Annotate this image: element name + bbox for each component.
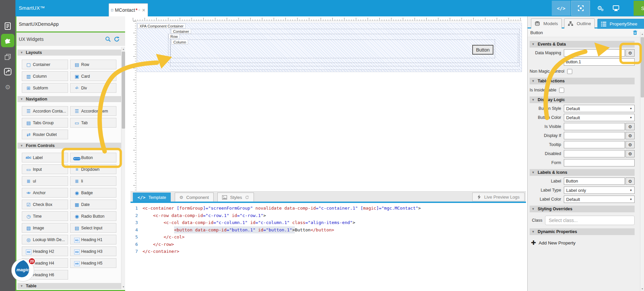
widget-tile-tab[interactable]: ▭Tab <box>70 118 116 128</box>
widget-tile-router-outlet[interactable]: ⇄Router Outlet <box>22 130 68 139</box>
widget-tile-badge[interactable]: ◉Badge <box>70 188 116 198</box>
prop-section-dynamic-properties[interactable]: ▼Dynamic Properties <box>530 228 635 235</box>
widget-tile-time[interactable]: ◷Time <box>22 211 68 221</box>
widget-tile-dropdown[interactable]: ≡Dropdown <box>70 164 116 174</box>
code-view-button[interactable]: </> <box>552 1 571 16</box>
button-color-select[interactable]: Default▼ <box>564 114 635 121</box>
prop-section-events-data[interactable]: ▼Events & Data <box>530 41 635 48</box>
widget-tile-label[interactable]: abcLabel <box>22 153 68 162</box>
widget-tile-input[interactable]: ▭Input <box>22 164 68 174</box>
disabled-input[interactable] <box>564 150 625 157</box>
tab-models[interactable]: Models <box>531 18 562 28</box>
tooltip-gear-button[interactable]: ⚙ <box>626 141 635 148</box>
refresh-icon[interactable] <box>113 36 120 42</box>
document-icon[interactable] <box>0 19 15 33</box>
tab-refresh-icon[interactable] <box>138 8 140 12</box>
widget-tile-tabs-group[interactable]: ▤Tabs Group <box>22 118 68 128</box>
scroll-down-icon[interactable]: ▼ <box>121 285 125 289</box>
canvas-button-widget[interactable]: Button <box>472 45 493 55</box>
widget-tile-accordion-conta-[interactable]: ☰Accordion Conta... <box>22 106 68 116</box>
app-name-row[interactable]: SmartUXDemoApp <box>16 16 125 32</box>
is-visible-gear-button[interactable]: ⚙ <box>626 123 635 130</box>
widget-tile-image[interactable]: ▧Image <box>22 223 68 233</box>
button-style-select[interactable]: Default▼ <box>564 105 635 112</box>
disabled-gear-button[interactable]: ⚙ <box>626 150 635 157</box>
code-line-3[interactable]: 3 <c-col data-comp-id="c-column.1" id="c… <box>130 219 526 226</box>
widget-tile-check-box[interactable]: ☑Check Box <box>22 200 68 209</box>
widget-tile-heading-h5[interactable]: H5Heading H5 <box>70 258 116 268</box>
widget-tile-row[interactable]: ▤Row <box>70 60 116 69</box>
code-editor[interactable]: 1<c-container [formGroup]="screenFormGro… <box>130 203 526 291</box>
scrollbar-thumb[interactable] <box>122 52 125 129</box>
widget-tile-lookup-with-de-[interactable]: ◎Lookup With De... <box>22 235 68 244</box>
preview-monitor-button[interactable] <box>608 1 623 16</box>
search-icon[interactable] <box>104 36 112 42</box>
tab-component[interactable]: ⚙ Component <box>175 193 214 202</box>
widget-tile-div[interactable]: ‹/›Div <box>70 83 116 93</box>
tab-outline[interactable]: Outline <box>564 18 595 28</box>
display-if-gear-button[interactable]: ⚙ <box>626 132 635 139</box>
tab-close-icon[interactable]: ✕ <box>142 8 146 13</box>
widget-tile-container[interactable]: ▢Container <box>22 60 68 69</box>
prop-section-labels-icons[interactable]: ▼Labels & Icons <box>530 169 635 176</box>
non-magic-control-checkbox[interactable] <box>567 69 572 74</box>
prop-row-add-new-property[interactable]: ✚Add New Property <box>530 239 635 246</box>
widget-tile-heading-h3[interactable]: H3Heading H3 <box>70 246 116 256</box>
xpa-component-container[interactable]: XPA Component Container Container Row Co… <box>137 23 522 72</box>
id-input[interactable] <box>564 58 635 66</box>
section-header-navigation[interactable]: ▼Navigation <box>17 96 121 102</box>
section-header-layouts[interactable]: ▼Layouts <box>17 50 121 56</box>
class-input[interactable] <box>545 216 635 225</box>
widget-tile-heading-h2[interactable]: H2Heading H2 <box>22 246 68 256</box>
widget-tile-li[interactable]: ≣li <box>70 176 116 186</box>
widget-tile-select-input[interactable]: ▤Select Input <box>70 223 116 233</box>
section-header-table[interactable]: ▼Table <box>17 283 121 289</box>
save-button[interactable]: Save <box>634 1 644 16</box>
prop-section-display-logic[interactable]: ▼Display Logic <box>530 96 635 103</box>
is-visible-input[interactable] <box>564 123 625 130</box>
widget-tile-subform[interactable]: ⊞Subform <box>22 83 68 93</box>
data-mapping-input[interactable] <box>564 49 625 57</box>
share-icon[interactable] <box>0 65 15 78</box>
tooltip-input[interactable] <box>564 141 625 148</box>
scroll-down-icon[interactable]: ▼ <box>640 287 644 291</box>
tab-property-sheet[interactable]: PropertyShee <box>597 19 644 29</box>
widget-tile-button[interactable]: BUTTONButton <box>70 153 116 162</box>
widget-tile-ul[interactable]: ≣ul <box>22 176 68 186</box>
widget-tile-column[interactable]: ▥Column <box>22 71 68 81</box>
code-line-5[interactable]: 5 </c-col> <box>130 233 526 241</box>
label-color-select[interactable]: Default▼ <box>564 196 635 203</box>
label-input[interactable] <box>564 177 625 185</box>
code-line-6[interactable]: 6 </c-row> <box>130 241 526 248</box>
is-inside-table-checkbox[interactable] <box>559 88 564 93</box>
label-type-select[interactable]: Label only▼ <box>564 187 635 194</box>
design-canvas[interactable]: XPA Component Container Container Row Co… <box>125 16 527 291</box>
trash-icon[interactable] <box>633 30 637 35</box>
prop-section-styling-overrides[interactable]: ▼Styling Overrides <box>530 206 635 212</box>
magic-logo[interactable]: magic 20 <box>11 258 35 282</box>
widget-tile-anchor[interactable]: ‹a›Anchor <box>22 188 68 198</box>
code-line-4[interactable]: 4 <button data-comp-id="button.1" id="bu… <box>130 226 526 234</box>
tab-styles[interactable]: Styles <box>217 193 254 202</box>
styles-refresh-icon[interactable] <box>245 195 249 200</box>
section-header-form-controls[interactable]: ▼Form Controls <box>17 143 121 149</box>
column-box[interactable]: Column <box>170 40 495 58</box>
scroll-up-icon[interactable]: ▲ <box>121 47 125 51</box>
code-line-7[interactable]: 7</c-container> <box>130 248 526 255</box>
settings-gears-button[interactable]: ⚙⚙ <box>593 1 608 16</box>
prop-section-table-actions[interactable]: ▼Table Actions <box>530 78 635 84</box>
code-line-1[interactable]: 1<c-container [formGroup]="screenFormGro… <box>130 205 526 212</box>
widget-tile-heading-h1[interactable]: H1Heading H1 <box>70 235 116 244</box>
pages-icon[interactable] <box>0 50 15 64</box>
widgets-icon[interactable] <box>1 34 14 47</box>
expand-button[interactable] <box>571 1 590 16</box>
tab-template[interactable]: </> Template <box>133 193 171 202</box>
document-tab-mcontact[interactable]: MContact * ✕ <box>109 3 148 16</box>
label-gear-button[interactable]: ⚙ <box>626 177 635 185</box>
code-line-2[interactable]: 2 <c-row data-comp-id="c-row.1" id="c-ro… <box>130 212 526 219</box>
live-preview-logs-button[interactable]: Live Preview Logs <box>472 193 525 201</box>
widget-tile-radio-button[interactable]: ◉Radio Button <box>70 211 116 221</box>
widget-tile-accordion-item[interactable]: ☰Accordion Item <box>70 106 116 116</box>
data-mapping-gear-button[interactable]: ⚙ <box>626 49 635 57</box>
widget-tile-date[interactable]: ▦Date <box>70 200 116 209</box>
